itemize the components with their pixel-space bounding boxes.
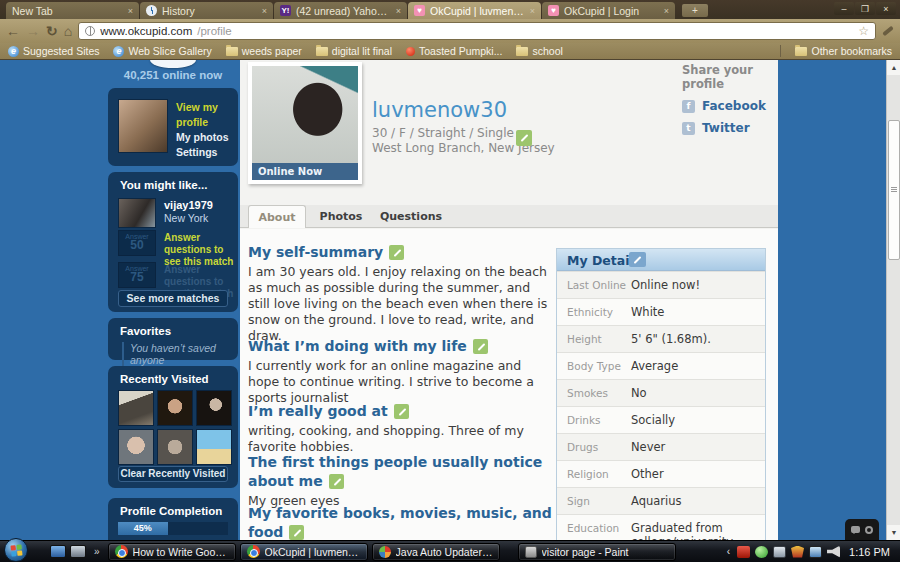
share-facebook-link[interactable]: f Facebook xyxy=(682,99,774,113)
new-tab-button[interactable]: + xyxy=(682,4,708,17)
taskbar-button-how-to-write[interactable]: How to Write Good ... xyxy=(108,543,236,561)
detail-label: Sign xyxy=(567,494,631,507)
my-profile-thumbnail[interactable] xyxy=(118,99,168,153)
restore-button[interactable]: ❐ xyxy=(855,2,875,15)
tab-questions[interactable]: Questions xyxy=(378,205,444,228)
tab-about[interactable]: About xyxy=(248,205,306,228)
forward-icon[interactable]: → xyxy=(26,24,40,38)
online-now-count: 40,251 online now xyxy=(98,69,248,81)
visited-profile-thumbnail[interactable] xyxy=(118,429,154,465)
other-bookmarks-button[interactable]: Other bookmarks xyxy=(795,45,892,57)
tab-close-icon[interactable]: × xyxy=(530,6,535,16)
tab-label: (42 unread) Yahoo! ... xyxy=(296,5,392,17)
volume-muted-tray-icon[interactable] xyxy=(827,546,840,558)
taskbar-button-okcupid[interactable]: OkCupid | luvmenow... xyxy=(240,543,368,561)
detail-row: Height5' 6" (1.68m). xyxy=(557,325,765,352)
taskbar-clock[interactable]: 1:16 PM xyxy=(845,546,896,558)
tab-photos[interactable]: Photos xyxy=(316,205,366,228)
security-tray-icon[interactable] xyxy=(791,546,804,558)
my-photos-link[interactable]: My photos xyxy=(176,130,238,145)
tab-close-icon[interactable]: × xyxy=(128,6,133,16)
tab-close-icon[interactable]: × xyxy=(262,6,267,16)
tab-close-icon[interactable]: × xyxy=(664,6,669,16)
clear-recently-visited-button[interactable]: Clear Recently Visited xyxy=(118,466,228,482)
back-icon[interactable]: ← xyxy=(6,24,20,38)
start-button[interactable] xyxy=(4,538,28,562)
vertical-scrollbar[interactable]: ▲ ▼ xyxy=(886,60,900,540)
bookmark-label: weeds paper xyxy=(242,45,302,57)
section-doing-with-life: What I’m doing with my life I currently … xyxy=(248,336,554,406)
scrollbar-up-button[interactable]: ▲ xyxy=(887,60,900,75)
taskbar-button-label: Java Auto Updater is ... xyxy=(396,546,493,558)
detail-value: White xyxy=(631,305,757,319)
folder-icon xyxy=(795,47,807,56)
network-tray-icon[interactable] xyxy=(809,546,822,558)
bookmark-school[interactable]: school xyxy=(516,45,562,57)
detail-label: Height xyxy=(567,332,631,345)
updater-tray-icon[interactable] xyxy=(755,546,768,558)
edit-pencil-icon[interactable] xyxy=(629,252,646,267)
toolbar-overflow-chevron-icon[interactable]: » xyxy=(94,546,100,557)
tab-history[interactable]: History × xyxy=(140,2,273,19)
java-icon xyxy=(379,546,391,558)
answer-50-badge[interactable]: Answer 50 xyxy=(118,230,156,256)
refresh-icon[interactable]: ↻ xyxy=(46,24,58,38)
address-bar[interactable]: www.okcupid.com/profile ☆ xyxy=(78,22,876,40)
match-thumbnail[interactable] xyxy=(118,198,156,228)
see-more-matches-button[interactable]: See more matches xyxy=(118,290,228,307)
wrench-menu-icon[interactable] xyxy=(882,26,894,37)
show-desktop-icon[interactable] xyxy=(50,545,66,558)
close-button[interactable]: × xyxy=(876,2,896,15)
edit-pencil-icon[interactable] xyxy=(516,130,532,146)
answer-count: 75 xyxy=(119,272,155,282)
adobe-tray-icon[interactable] xyxy=(737,546,750,558)
tab-label: OkCupid | Login xyxy=(564,5,660,17)
bookmark-digital-lit-final[interactable]: digital lit final xyxy=(316,45,392,57)
detail-value: Aquarius xyxy=(631,494,757,508)
profile-photo-frame: Online Now xyxy=(248,62,362,184)
edit-pencil-icon[interactable] xyxy=(289,525,304,540)
view-my-profile-link[interactable]: View my profile xyxy=(176,100,238,130)
detail-row: DrinksSocially xyxy=(557,406,765,433)
visited-profile-thumbnail[interactable] xyxy=(157,390,193,426)
feedback-widget[interactable] xyxy=(845,519,879,540)
visited-profile-thumbnail[interactable] xyxy=(118,390,154,426)
display-tray-icon[interactable] xyxy=(773,546,786,558)
tray-expand-chevron-icon[interactable]: ‹ xyxy=(727,546,730,557)
bookmark-toasted-pumpkin[interactable]: Toasted Pumpki... xyxy=(406,45,502,57)
visited-profile-thumbnail[interactable] xyxy=(157,429,193,465)
answer-75-badge[interactable]: Answer 75 xyxy=(118,262,156,288)
bookmark-weeds-paper[interactable]: weeds paper xyxy=(226,45,302,57)
answer-prompt-link[interactable]: Answer questions to see this match xyxy=(164,232,236,268)
bookmark-label: Toasted Pumpki... xyxy=(419,45,502,57)
section-first-things: The first things people usually notice a… xyxy=(248,452,554,509)
match-username[interactable]: vijay1979 xyxy=(164,199,213,211)
edit-pencil-icon[interactable] xyxy=(329,474,344,489)
tab-yahoo-mail[interactable]: Y! (42 unread) Yahoo! ... × xyxy=(274,2,407,19)
tab-okcupid-profile[interactable]: ♥ OkCupid | luvmeno... × xyxy=(408,2,541,19)
settings-link[interactable]: Settings xyxy=(176,145,238,160)
visited-profile-thumbnail[interactable] xyxy=(196,429,232,465)
home-icon[interactable]: ⌂ xyxy=(64,24,72,38)
scrollbar-thumb[interactable] xyxy=(888,120,900,260)
chrome-icon xyxy=(115,545,128,558)
share-twitter-link[interactable]: t Twitter xyxy=(682,121,774,135)
edit-pencil-icon[interactable] xyxy=(394,404,409,419)
tab-new-tab[interactable]: New Tab × xyxy=(6,2,139,19)
tab-close-icon[interactable]: × xyxy=(396,6,401,16)
bookmark-web-slice-gallery[interactable]: eWeb Slice Gallery xyxy=(113,45,211,57)
taskbar-button-paint[interactable]: visitor page - Paint xyxy=(518,543,676,561)
chat-bubble-icon xyxy=(851,526,860,533)
bookmark-suggested-sites[interactable]: eSuggested Sites xyxy=(8,45,99,57)
scrollbar-down-button[interactable]: ▼ xyxy=(887,525,900,540)
edit-pencil-icon[interactable] xyxy=(473,339,488,354)
history-clock-icon xyxy=(146,5,157,16)
visited-profile-thumbnail[interactable] xyxy=(196,390,232,426)
profile-photo[interactable]: Online Now xyxy=(252,66,358,180)
minimize-button[interactable]: – xyxy=(834,2,854,15)
tab-okcupid-login[interactable]: ♥ OkCupid | Login × xyxy=(542,2,675,19)
bookmark-star-icon[interactable]: ☆ xyxy=(858,24,869,38)
edit-pencil-icon[interactable] xyxy=(389,245,404,260)
taskbar-button-java-updater[interactable]: Java Auto Updater is ... xyxy=(372,543,500,561)
explorer-icon[interactable] xyxy=(70,545,86,558)
